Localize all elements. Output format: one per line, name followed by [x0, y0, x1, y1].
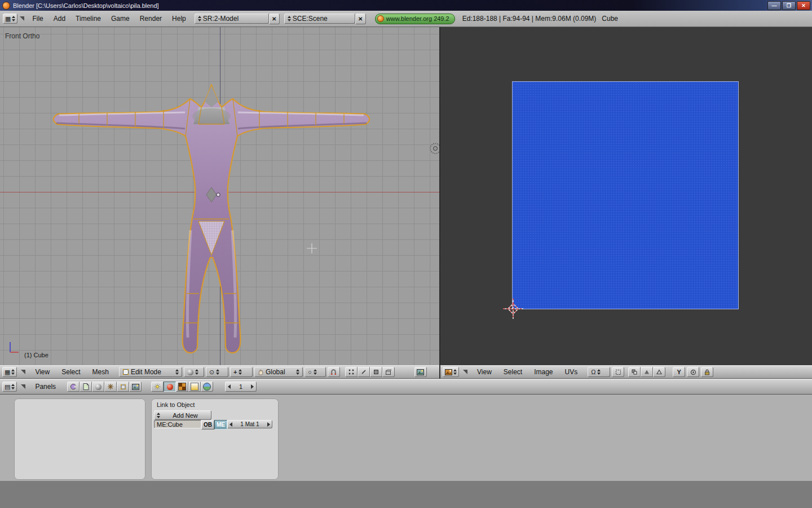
world-buttons-button[interactable] — [201, 382, 213, 392]
restore-button[interactable]: ❐ — [782, 1, 796, 10]
uv-map-square[interactable] — [512, 81, 739, 309]
render-preview-button[interactable] — [414, 367, 427, 377]
rotation-pivot-icon: Ω — [591, 369, 595, 375]
header-collapse-icon[interactable] — [463, 370, 467, 374]
menu-collapse-icon[interactable] — [20, 16, 24, 21]
menu-timeline[interactable]: Timeline — [70, 15, 106, 23]
texture-buttons-button[interactable] — [176, 382, 188, 392]
minimize-button[interactable]: — — [767, 1, 781, 10]
mesh-name-field[interactable]: ME:Cube — [154, 420, 201, 428]
menu-help[interactable]: Help — [167, 15, 191, 23]
scene-statistics: Ed:188-188 | Fa:94-94 | Mem:9.06M (0.09M… — [462, 15, 618, 23]
edge-select-button[interactable] — [358, 367, 370, 377]
scene-context-button[interactable] — [129, 382, 142, 392]
frame-increment-icon[interactable] — [251, 384, 254, 389]
buttons-window-type-button[interactable]: ▤ — [2, 382, 17, 392]
pivot-dropdown[interactable]: ⊙ — [206, 367, 228, 377]
updown-arrows-icon — [453, 369, 457, 375]
menu-game[interactable]: Game — [106, 15, 135, 23]
active-object-label: (1) Cube — [24, 352, 48, 358]
face-select-icon — [373, 369, 379, 375]
vertex-select-icon — [348, 369, 354, 375]
solid-draw-type-icon — [187, 369, 193, 375]
uv-face-select-button[interactable] — [653, 367, 665, 377]
material-index-field[interactable]: 1 Mat 1 — [227, 420, 272, 428]
material-next-icon[interactable] — [267, 422, 270, 427]
logic-context-button[interactable] — [67, 382, 80, 392]
menu-uvs[interactable]: UVs — [560, 368, 583, 376]
uv-vertex-select-button[interactable] — [641, 367, 653, 377]
editing-context-button[interactable] — [117, 382, 129, 392]
user-prefs-window-icon: ▦ — [5, 16, 11, 22]
updown-arrows-icon — [12, 16, 15, 21]
header-collapse-icon[interactable] — [21, 370, 25, 374]
radiosity-buttons-button[interactable] — [188, 382, 201, 392]
lamp-object-icon — [430, 143, 439, 154]
menu-view[interactable]: View — [472, 368, 497, 376]
hand-icon — [258, 369, 264, 375]
uv-editor-header: View Select Image UVs Ω Y — [440, 365, 812, 379]
material-buttons-button[interactable] — [164, 382, 176, 392]
menu-image[interactable]: Image — [529, 368, 558, 376]
proportional-edit-dropdown[interactable]: ○ — [304, 367, 326, 377]
draw-type-dropdown[interactable] — [184, 367, 204, 377]
orientation-dropdown[interactable]: Global — [254, 367, 303, 377]
menu-panels[interactable]: Panels — [30, 383, 61, 391]
uv-sync-select-button[interactable] — [628, 367, 641, 377]
scene-selector[interactable]: SCE:Scene — [284, 14, 355, 24]
scene-selector-value: SCE:Scene — [293, 15, 328, 23]
uv-pivot-dropdown[interactable]: Ω — [588, 367, 610, 377]
menu-add[interactable]: Add — [48, 15, 70, 23]
frame-number-field[interactable]: 1 — [225, 382, 257, 392]
menu-select[interactable]: Select — [56, 368, 85, 376]
screen-delete-button[interactable]: ✕ — [269, 14, 280, 24]
face-select-button[interactable] — [370, 367, 382, 377]
close-button[interactable]: ✕ — [797, 1, 810, 10]
texture-icon — [178, 383, 186, 391]
lamp-buttons-button[interactable] — [151, 382, 164, 392]
uv-select-region-button[interactable] — [612, 367, 624, 377]
menu-select[interactable]: Select — [498, 368, 527, 376]
frame-decrement-icon[interactable] — [228, 384, 231, 389]
add-new-material-button[interactable]: Add New — [154, 410, 211, 420]
buttons-workspace[interactable]: Link to Object Add New ME:Cube OB ME 1 M… — [0, 395, 812, 481]
window-bottom-area — [0, 481, 812, 508]
script-context-button[interactable] — [80, 382, 92, 392]
blender-logo-icon — [377, 15, 384, 22]
screen-selector[interactable]: SR:2-Model — [195, 14, 269, 24]
snap-button[interactable] — [328, 367, 340, 377]
clone-brush-button[interactable] — [687, 367, 699, 377]
window-title: Blender [C:\Users\Carlos\Desktop\voltaic… — [13, 2, 159, 9]
object-context-button[interactable] — [104, 382, 117, 392]
editing-icon — [120, 384, 126, 390]
stitch-tool-button[interactable]: Y — [673, 367, 685, 377]
mode-dropdown[interactable]: Edit Mode — [119, 367, 182, 377]
menu-view[interactable]: View — [30, 368, 55, 376]
header-collapse-icon[interactable] — [21, 384, 25, 389]
link-me-button[interactable]: ME — [214, 420, 227, 430]
shading-context-button[interactable] — [92, 382, 104, 392]
buttons-window-header: ▤ Panels — [0, 379, 812, 395]
transform-manipulator-icon: + — [233, 369, 237, 375]
image-editor-window-icon — [445, 369, 452, 375]
menu-render[interactable]: Render — [135, 15, 167, 23]
updown-arrows-icon — [597, 369, 601, 375]
menu-mesh[interactable]: Mesh — [87, 368, 114, 376]
material-prev-icon[interactable] — [230, 422, 232, 427]
empty-panel — [14, 398, 145, 480]
uv-image-editor-canvas[interactable] — [440, 27, 812, 365]
uv-window-type-button[interactable] — [443, 367, 459, 377]
window-type-button[interactable]: ▦ — [3, 14, 17, 24]
view3d-window-type-button[interactable]: ▦ — [2, 367, 17, 377]
viewport-3d-canvas[interactable]: Front Ortho — [0, 27, 439, 365]
updown-arrows-icon — [195, 369, 198, 375]
vertex-select-button[interactable] — [345, 367, 358, 377]
manipulator-dropdown[interactable]: + — [230, 367, 253, 377]
update-lock-button[interactable] — [701, 367, 713, 377]
panel-title: Link to Object — [151, 398, 279, 410]
link-ob-button[interactable]: OB — [201, 420, 214, 430]
menu-file[interactable]: File — [27, 15, 48, 23]
occlude-geometry-button[interactable] — [382, 367, 395, 377]
scene-delete-button[interactable]: ✕ — [355, 14, 366, 24]
radiosity-icon — [191, 383, 198, 391]
